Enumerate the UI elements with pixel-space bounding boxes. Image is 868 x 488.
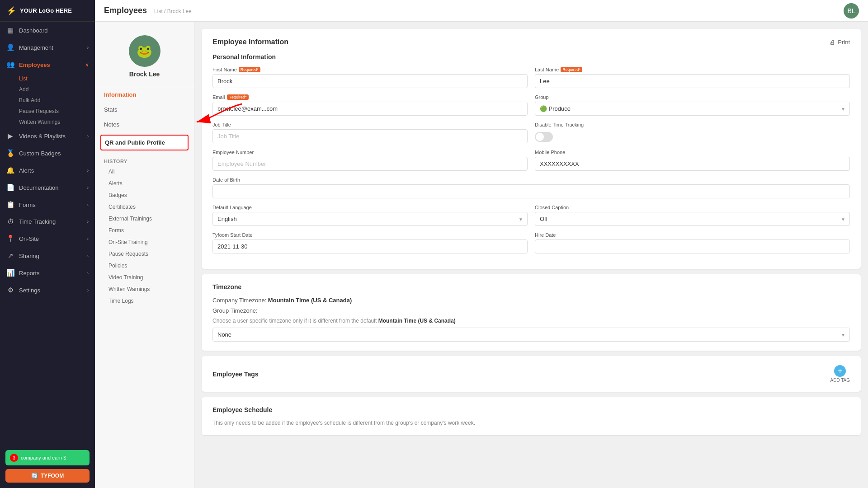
dob-row: Date of Birth — [212, 177, 850, 198]
sidebar-item-employees[interactable]: 👥 Employees ∨ — [0, 56, 95, 73]
management-icon: 👤 — [6, 43, 14, 52]
reports-icon: 📊 — [6, 269, 14, 277]
email-input[interactable] — [212, 102, 528, 116]
add-tag-label: ADD TAG — [830, 378, 850, 383]
left-panel: 🐸 Brock Lee Information Stats Notes QR a… — [95, 22, 194, 488]
chevron-right-icon: › — [87, 134, 89, 139]
sidebar-item-label: Dashboard — [19, 27, 48, 34]
employee-number-label: Employee Number — [212, 150, 528, 155]
breadcrumb: List / Brock Lee — [154, 8, 192, 14]
language-select-wrapper: English Spanish French — [212, 212, 528, 226]
history-sub-all[interactable]: All — [95, 166, 194, 178]
last-name-input[interactable] — [535, 74, 850, 88]
employee-number-input[interactable] — [212, 157, 528, 171]
chevron-right-icon: › — [87, 253, 89, 258]
sidebar-item-alerts[interactable]: 🔔 Alerts › — [0, 162, 95, 179]
sharing-icon: ↗ — [6, 252, 14, 260]
history-sub-written-warnings[interactable]: Written Warnings — [95, 283, 194, 295]
sidebar-item-on-site[interactable]: 📍 On-Site › — [0, 230, 95, 247]
history-sub-policies[interactable]: Policies — [95, 260, 194, 272]
employees-sub-written-warnings[interactable]: Written Warnings — [19, 117, 95, 127]
add-tag-button[interactable]: + ADD TAG — [830, 365, 850, 383]
group-label: Group — [535, 94, 850, 100]
employees-submenu: List Add Bulk Add Pause Requests Written… — [0, 73, 95, 127]
sidebar-item-videos[interactable]: ▶ Videos & Playlists › — [0, 127, 95, 145]
timezone-select-wrapper: None — [212, 328, 850, 342]
history-sub-forms[interactable]: Forms — [95, 225, 194, 236]
history-sub-on-site-training[interactable]: On-Site Training — [95, 236, 194, 248]
history-sub-certificates[interactable]: Certificates — [95, 201, 194, 213]
hire-date-group: Hire Date — [535, 232, 850, 253]
schedule-note: This only needs to be added if the emplo… — [212, 420, 850, 426]
employees-sub-bulk-add[interactable]: Bulk Add — [19, 95, 95, 106]
employee-number-group: Employee Number — [212, 150, 528, 171]
print-button[interactable]: 🖨 Print — [830, 39, 850, 46]
first-name-input[interactable] — [212, 74, 528, 88]
employees-sub-add[interactable]: Add — [19, 84, 95, 95]
videos-icon: ▶ — [6, 132, 14, 140]
job-title-input[interactable] — [212, 129, 528, 143]
tags-header: Employee Tags + ADD TAG — [212, 365, 850, 383]
group-timezone: Group Timezone: — [212, 307, 850, 314]
logo-area: ⚡ YOUR LoGo HERE — [0, 0, 95, 22]
chevron-down-icon: ∨ — [85, 62, 89, 67]
employees-sub-pause-requests[interactable]: Pause Requests — [19, 106, 95, 117]
sidebar-item-settings[interactable]: ⚙ Settings › — [0, 282, 95, 299]
history-sub-video-training[interactable]: Video Training — [95, 272, 194, 283]
sidebar-item-label: Management — [19, 44, 53, 51]
sidebar-item-management[interactable]: 👤 Management › — [0, 39, 95, 56]
sidebar-item-dashboard[interactable]: ▦ Dashboard — [0, 22, 95, 39]
closed-caption-select-wrapper: Off On — [535, 212, 850, 226]
closed-caption-select[interactable]: Off On — [535, 212, 850, 226]
main-area: Employees List / Brock Lee BL 🐸 Brock Le… — [95, 0, 868, 488]
mobile-phone-input[interactable] — [535, 157, 850, 171]
profile-nav-notes[interactable]: Notes — [95, 117, 194, 132]
card-title: Employee Information — [212, 38, 288, 46]
language-select[interactable]: English Spanish French — [212, 212, 528, 226]
company-timezone-label: Company Timezone: — [212, 297, 266, 304]
tyfoom-start-date-input[interactable] — [212, 239, 528, 253]
tyfoom-button[interactable]: 🔄 TYFOOM — [5, 469, 90, 483]
chevron-right-icon: › — [87, 45, 89, 50]
sidebar-item-sharing[interactable]: ↗ Sharing › — [0, 247, 95, 264]
timezone-note: Choose a user-specific timezone only if … — [212, 318, 850, 324]
earn-badge: 3 — [10, 454, 18, 462]
company-timezone: Company Timezone: Mountain Time (US & Ca… — [212, 297, 850, 304]
chevron-right-icon: › — [87, 168, 89, 173]
disable-time-tracking-toggle[interactable] — [535, 132, 553, 142]
history-sub-badges[interactable]: Badges — [95, 189, 194, 201]
dob-input[interactable] — [212, 184, 850, 198]
history-sub-time-logs[interactable]: Time Logs — [95, 295, 194, 307]
sidebar-item-reports[interactable]: 📊 Reports › — [0, 264, 95, 282]
last-name-group: Last Name Required* — [535, 67, 850, 88]
job-title-row: Job Title Disable Time Tracking — [212, 122, 850, 143]
sidebar-item-label: Reports — [19, 270, 40, 277]
earn-button[interactable]: 3 company and earn $ — [5, 450, 90, 465]
sidebar: ⚡ YOUR LoGo HERE ▦ Dashboard 👤 Managemen… — [0, 0, 95, 488]
sidebar-item-label: Alerts — [19, 167, 34, 174]
sidebar-item-time-tracking[interactable]: ⏱ Time Tracking › — [0, 213, 95, 230]
avatar[interactable]: BL — [844, 3, 859, 19]
sidebar-item-label: Time Tracking — [19, 218, 56, 225]
mobile-phone-group: Mobile Phone — [535, 150, 850, 171]
history-sub-external-trainings[interactable]: External Trainings — [95, 213, 194, 225]
timezone-select[interactable]: None — [212, 328, 850, 342]
dob-group: Date of Birth — [212, 177, 850, 198]
profile-nav-stats[interactable]: Stats — [95, 102, 194, 117]
sidebar-item-documentation[interactable]: 📄 Documentation › — [0, 179, 95, 196]
employee-information-card: Employee Information 🖨 Print Personal In… — [202, 29, 861, 269]
sidebar-item-forms[interactable]: 📋 Forms › — [0, 196, 95, 213]
employees-sub-list[interactable]: List — [19, 73, 95, 84]
sidebar-bottom: 3 company and earn $ 🔄 TYFOOM — [0, 445, 95, 488]
qr-public-profile-button[interactable]: QR and Public Profile — [100, 135, 189, 150]
sidebar-item-custom-badges[interactable]: 🏅 Custom Badges — [0, 145, 95, 162]
print-icon: 🖨 — [830, 39, 835, 46]
group-select-wrapper: 🟢 Produce — [535, 102, 850, 116]
history-sub-pause-requests[interactable]: Pause Requests — [95, 248, 194, 260]
history-sub-alerts[interactable]: Alerts — [95, 178, 194, 189]
language-row: Default Language English Spanish French … — [212, 205, 850, 226]
hire-date-input[interactable] — [535, 239, 850, 253]
profile-nav-information[interactable]: Information — [95, 87, 194, 102]
group-select[interactable]: 🟢 Produce — [535, 102, 850, 116]
avatar-emoji: 🐸 — [137, 44, 152, 59]
